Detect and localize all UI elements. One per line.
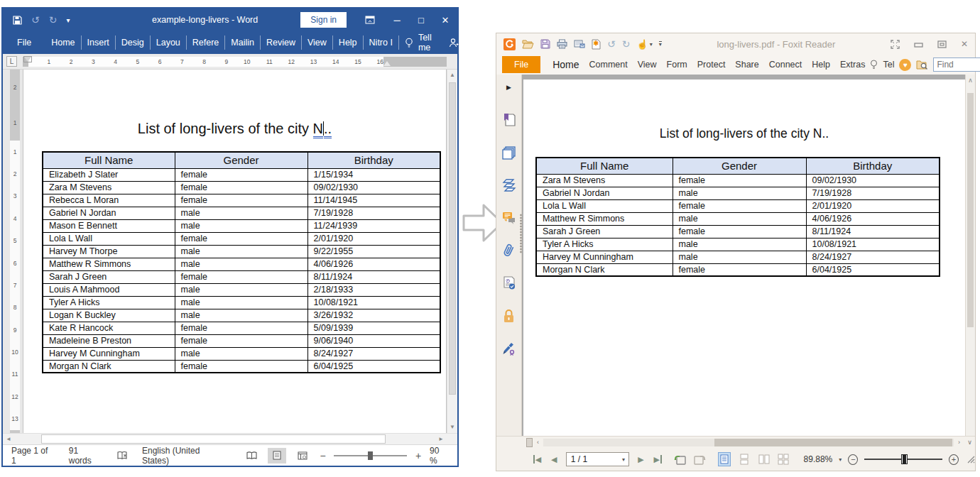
zoom-percentage[interactable]: 89.88% bbox=[804, 454, 833, 464]
zoom-percentage[interactable]: 90 % bbox=[430, 446, 449, 466]
file-tab[interactable]: File bbox=[502, 56, 540, 73]
scrollbar-thumb[interactable] bbox=[714, 439, 952, 446]
word-count[interactable]: 91 words bbox=[69, 446, 103, 466]
proofing-status-icon[interactable] bbox=[117, 451, 128, 461]
find-input[interactable] bbox=[934, 60, 980, 70]
zoom-slider[interactable] bbox=[334, 455, 407, 456]
menu-item[interactable]: View bbox=[633, 57, 662, 72]
scroll-left-arrow[interactable]: ◄ bbox=[3, 436, 14, 442]
ribbon-tab[interactable]: File bbox=[11, 35, 45, 50]
zoom-slider[interactable] bbox=[864, 459, 942, 460]
first-line-indent-marker[interactable] bbox=[24, 57, 31, 62]
vertical-scrollbar[interactable]: ∧ bbox=[965, 75, 975, 436]
menu-item[interactable]: Help bbox=[807, 57, 835, 72]
zoom-slider-thumb[interactable] bbox=[368, 451, 373, 460]
previous-view-icon[interactable] bbox=[674, 454, 687, 465]
undo-icon[interactable]: ↺ bbox=[607, 38, 616, 50]
language-indicator[interactable]: English (United States) bbox=[142, 446, 229, 466]
print-icon[interactable] bbox=[557, 39, 567, 49]
scrollbar-thumb[interactable] bbox=[41, 434, 386, 444]
tab-stop-selector[interactable]: L bbox=[6, 56, 17, 67]
ribbon-tab[interactable]: View bbox=[302, 35, 333, 50]
customize-qat-icon[interactable]: ▾ bbox=[66, 16, 70, 24]
resize-grip[interactable] bbox=[967, 455, 975, 464]
close-button[interactable]: ✕ bbox=[433, 15, 457, 26]
save-icon[interactable] bbox=[13, 16, 22, 25]
scroll-left-arrow[interactable]: ‹ bbox=[533, 439, 543, 446]
menu-item[interactable]: Share bbox=[730, 57, 763, 72]
vertical-scrollbar[interactable]: ▲ ▼ bbox=[447, 70, 457, 433]
share-button[interactable]: Share bbox=[443, 38, 493, 48]
scroll-down-arrow[interactable]: ∨ bbox=[964, 439, 975, 446]
horizontal-scrollbar[interactable]: ◄ ► bbox=[3, 433, 457, 444]
ribbon-tab[interactable]: Help bbox=[333, 35, 364, 50]
next-view-icon[interactable] bbox=[693, 454, 706, 465]
last-page-button[interactable]: ▶ bbox=[653, 455, 663, 464]
horizontal-scrollbar[interactable]: ‹ › ∨ bbox=[496, 436, 975, 448]
panel-grab-handle[interactable] bbox=[526, 438, 533, 447]
read-mode-button[interactable] bbox=[243, 448, 261, 464]
next-page-button[interactable]: ▶ bbox=[636, 455, 646, 464]
first-page-button[interactable]: ◀ bbox=[532, 455, 543, 464]
restore-button[interactable] bbox=[937, 40, 947, 48]
zoom-out-button[interactable]: − bbox=[319, 450, 327, 461]
scroll-up-arrow[interactable]: ▲ bbox=[447, 70, 457, 81]
menu-item[interactable]: Connect bbox=[764, 57, 807, 72]
digital-signatures-panel-icon[interactable] bbox=[502, 276, 516, 290]
pdf-page[interactable]: List of long-livers of the city N.. Full… bbox=[523, 80, 965, 436]
web-layout-button[interactable] bbox=[293, 448, 312, 464]
hand-tool-button[interactable]: ☝ ▾ bbox=[636, 39, 652, 50]
scrollbar-track[interactable] bbox=[14, 434, 435, 444]
zoom-in-button[interactable]: + bbox=[949, 454, 959, 465]
create-pdf-icon[interactable]: ✱ bbox=[592, 39, 601, 50]
facing-view-button[interactable] bbox=[757, 452, 771, 466]
feedback-heart-icon[interactable]: ♥ bbox=[899, 59, 911, 71]
zoom-in-button[interactable]: + bbox=[414, 450, 423, 461]
email-icon[interactable] bbox=[574, 40, 585, 48]
tell-me-button[interactable]: Tel bbox=[883, 60, 894, 70]
security-panel-icon[interactable] bbox=[502, 309, 516, 323]
layers-panel-icon[interactable] bbox=[502, 178, 516, 192]
tell-me-button[interactable]: Tell me bbox=[399, 33, 437, 53]
hand-tool-dropdown-icon[interactable]: ▾ bbox=[650, 41, 653, 48]
zoom-slider-thumb[interactable] bbox=[902, 455, 907, 464]
comments-panel-icon[interactable] bbox=[502, 211, 516, 225]
menu-item[interactable]: Protect bbox=[692, 57, 731, 72]
menu-item[interactable]: Form bbox=[662, 57, 692, 72]
signature-panel-icon[interactable] bbox=[502, 341, 516, 356]
scrollbar-thumb[interactable] bbox=[449, 82, 456, 395]
ribbon-tab[interactable]: Refere bbox=[187, 35, 226, 50]
pages-panel-icon[interactable] bbox=[502, 146, 516, 160]
ribbon-tab[interactable]: Home bbox=[45, 35, 81, 50]
scroll-right-arrow[interactable]: › bbox=[954, 439, 964, 446]
ribbon-tab[interactable]: Mailin bbox=[225, 35, 261, 50]
ribbon-tab[interactable]: Review bbox=[261, 35, 302, 50]
zoom-out-button[interactable]: − bbox=[848, 454, 858, 465]
save-icon[interactable] bbox=[540, 39, 550, 49]
ribbon-tab[interactable]: Nitro I bbox=[364, 35, 399, 50]
ribbon-display-options-icon[interactable] bbox=[365, 16, 375, 24]
scrollbar-thumb[interactable] bbox=[967, 93, 974, 327]
open-file-icon[interactable] bbox=[522, 39, 534, 49]
maximize-button[interactable]: □ bbox=[409, 15, 433, 26]
sign-in-button[interactable]: Sign in bbox=[300, 12, 347, 28]
ribbon-tab[interactable]: Insert bbox=[82, 35, 116, 50]
page-number-box[interactable]: 1 / 1 ▾ bbox=[566, 452, 629, 466]
menu-item[interactable]: Home bbox=[548, 56, 584, 73]
word-page[interactable]: List of long-livers of the city N.. Full… bbox=[23, 70, 447, 433]
attachments-panel-icon[interactable] bbox=[502, 243, 516, 258]
scroll-down-arrow[interactable]: ▼ bbox=[447, 422, 457, 433]
single-page-view-button[interactable] bbox=[718, 452, 731, 466]
redo-icon[interactable]: ↻ bbox=[49, 14, 58, 26]
fullscreen-icon[interactable] bbox=[891, 40, 900, 49]
zoom-dropdown-icon[interactable]: ▾ bbox=[839, 456, 842, 463]
continuous-view-button[interactable] bbox=[737, 452, 751, 466]
print-layout-button[interactable] bbox=[268, 448, 286, 464]
menu-item[interactable]: Comment bbox=[584, 57, 633, 72]
panel-expand-icon[interactable]: ▶ bbox=[502, 80, 516, 94]
previous-page-button[interactable]: ◀ bbox=[549, 455, 560, 464]
page-indicator[interactable]: Page 1 of 1 bbox=[11, 446, 55, 466]
ribbon-tab[interactable]: Layou bbox=[151, 35, 187, 50]
menu-item[interactable]: Extras bbox=[835, 57, 870, 72]
right-indent-marker[interactable] bbox=[383, 61, 391, 66]
